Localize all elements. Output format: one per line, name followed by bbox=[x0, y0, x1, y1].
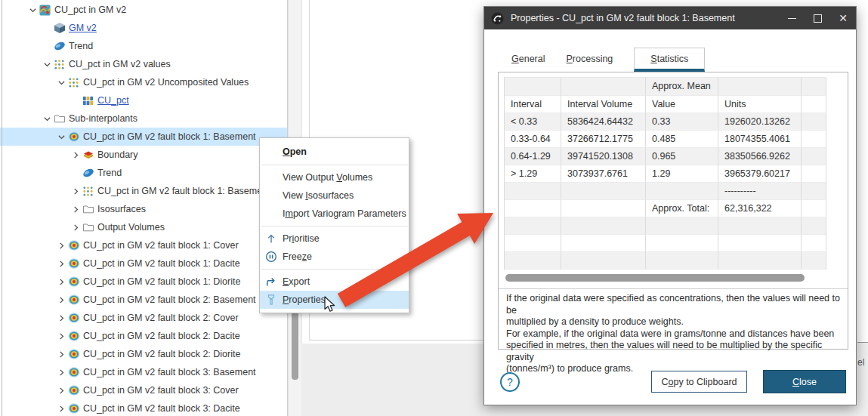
table-horizontal-scrollbar[interactable] bbox=[504, 273, 826, 282]
chevron-expanded-icon[interactable] bbox=[42, 58, 53, 70]
chevron-collapsed-icon[interactable] bbox=[56, 239, 67, 251]
menu-item-prioritise[interactable]: Prioritise bbox=[260, 230, 409, 248]
tree-item-cu-pct-in-gm-v2-uncomposited-values[interactable]: CU_pct in GM v2 Uncomposited Values bbox=[0, 73, 288, 91]
table-cell bbox=[561, 78, 646, 96]
mnemonic-underline: o bbox=[669, 377, 674, 387]
dialog-titlebar[interactable]: Properties - CU_pct in GM v2 fault block… bbox=[484, 7, 856, 29]
bullseye-icon bbox=[67, 294, 80, 306]
chevron-collapsed-icon[interactable] bbox=[56, 330, 67, 342]
copy-to-clipboard-button[interactable]: Copy to Clipboard bbox=[651, 371, 747, 393]
tree-item-cu-pct-in-gm-v2-values[interactable]: CU_pct in GM v2 values bbox=[0, 55, 288, 73]
chevron-collapsed-icon[interactable] bbox=[56, 294, 67, 306]
tree-item-cu-pct-in-gm-v2-fault-block-1-dacite[interactable]: CU_pct in GM v2 fault block 1: Dacite bbox=[0, 254, 288, 273]
menu-item-label: Open bbox=[283, 146, 307, 157]
tree-item-cu-pct-in-gm-v2-fault-block-1-cover[interactable]: CU_pct in GM v2 fault block 1: Cover bbox=[0, 236, 288, 254]
chevron-collapsed-icon[interactable] bbox=[56, 312, 67, 324]
background-bottom-strip bbox=[483, 405, 868, 416]
table-cell bbox=[802, 78, 826, 96]
minimize-icon bbox=[788, 18, 796, 19]
tree-item-cu-pct-in-gm-v2-fault-block-3-dacite[interactable]: CU_pct in GM v2 fault block 3: Dacite bbox=[0, 399, 288, 416]
tree-item-cu-pct[interactable]: CU_pct bbox=[0, 91, 288, 109]
chevron-collapsed-icon[interactable] bbox=[56, 348, 67, 360]
menu-item-view-output-volumes[interactable]: View Output Volumes bbox=[260, 168, 409, 186]
chevron-collapsed-icon[interactable] bbox=[70, 221, 82, 233]
tab-general[interactable]: General bbox=[511, 48, 545, 72]
tree-item-label: CU_pct in GM v2 fault block 2: Basement bbox=[82, 294, 256, 305]
chevron-collapsed-icon[interactable] bbox=[56, 402, 67, 414]
menu-item-view-isosurfaces[interactable]: View Isosurfaces bbox=[260, 186, 409, 205]
scrollbar-thumb[interactable] bbox=[292, 302, 298, 380]
bullseye-icon bbox=[67, 312, 80, 324]
tree-item-output-volumes[interactable]: Output Volumes bbox=[0, 218, 288, 236]
table-cell bbox=[561, 217, 646, 235]
tree-item-cu-pct-in-gm-v2-fault-block-1-basement[interactable]: CU_pct in GM v2 fault block 1: Basement bbox=[0, 128, 288, 146]
mnemonic-underline: P bbox=[283, 294, 289, 305]
tree-item-trend[interactable]: Trend bbox=[0, 164, 288, 182]
tree-item-cu-pct-in-gm-v2-fault-block-2-basement[interactable]: CU_pct in GM v2 fault block 2: Basement bbox=[0, 291, 288, 309]
close-button[interactable]: Close bbox=[763, 370, 846, 393]
table-cell bbox=[802, 131, 826, 148]
tree-item-cu-pct-in-gm-v2-fault-block-3-basement[interactable]: CU_pct in GM v2 fault block 3: Basement bbox=[0, 363, 288, 381]
tree-item-cu-pct-in-gm-v2-fault-block-2-diorite[interactable]: CU_pct in GM v2 fault block 2: Diorite bbox=[0, 345, 288, 363]
tab-processing[interactable]: Processing bbox=[566, 48, 613, 72]
minimize-button[interactable] bbox=[779, 7, 805, 29]
mnemonic-underline: i bbox=[292, 233, 295, 244]
table-cell: Approx. Total: bbox=[646, 200, 718, 217]
bullseye-icon bbox=[67, 239, 80, 251]
menu-item-label: Prioritise bbox=[283, 233, 320, 244]
tree-item-cu-pct-in-gm-v2[interactable]: CU_pct in GM v2 bbox=[0, 1, 288, 19]
tree-item-label: CU_pct in GM v2 values bbox=[68, 59, 171, 69]
menu-item-open[interactable]: Open bbox=[260, 142, 409, 162]
table-cell: 0.33 bbox=[646, 113, 718, 131]
chevron-expanded-icon[interactable] bbox=[27, 4, 39, 16]
tab-statistics[interactable]: Statistics bbox=[634, 48, 705, 72]
table-cell bbox=[802, 148, 826, 165]
help-button[interactable]: ? bbox=[500, 372, 520, 392]
tree-item-cu-pct-in-gm-v2-fault-block-1-baseme[interactable]: CU_pct in GM v2 fault block 1: Baseme bbox=[0, 182, 288, 200]
chevron-collapsed-icon[interactable] bbox=[70, 203, 82, 215]
maximize-button[interactable] bbox=[805, 7, 830, 29]
menu-item-freeze[interactable]: Freeze bbox=[260, 248, 409, 266]
table-row: > 1.293073937.67611.293965379.60217 bbox=[505, 165, 826, 183]
tree-item-cu-pct-in-gm-v2-fault-block-1-diorite[interactable]: CU_pct in GM v2 fault block 1: Diorite bbox=[0, 273, 288, 291]
table-cell bbox=[561, 183, 646, 200]
chevron-collapsed-icon[interactable] bbox=[56, 257, 67, 270]
tree-item-cu-pct-in-gm-v2-fault-block-2-cover[interactable]: CU_pct in GM v2 fault block 2: Cover bbox=[0, 309, 288, 327]
menu-item-export[interactable]: Export bbox=[260, 273, 409, 291]
table-cell bbox=[561, 252, 646, 270]
scrollbar-thumb[interactable] bbox=[505, 274, 805, 282]
table-cell: 0.33-0.64 bbox=[505, 131, 561, 148]
menu-item-properties[interactable]: Properties bbox=[260, 291, 409, 309]
folder-icon bbox=[82, 221, 94, 233]
table-cell: Units bbox=[718, 96, 802, 113]
tree-item-cu-pct-in-gm-v2-fault-block-3-cover[interactable]: CU_pct in GM v2 fault block 3: Cover bbox=[0, 381, 288, 399]
menu-item-import-variogram-parameters[interactable]: Import Variogram Parameters bbox=[260, 205, 409, 223]
boundary-icon bbox=[82, 149, 94, 161]
chevron-expanded-icon[interactable] bbox=[42, 112, 53, 125]
bullseye-icon bbox=[67, 366, 80, 378]
chevron-collapsed-icon[interactable] bbox=[70, 149, 82, 161]
tree-item-label: CU_pct bbox=[97, 95, 129, 106]
chevron-collapsed-icon[interactable] bbox=[70, 185, 82, 197]
chevron-collapsed-icon[interactable] bbox=[56, 366, 67, 378]
menu-item-label: View Output Volumes bbox=[283, 172, 372, 183]
close-window-button[interactable]: ✕ bbox=[830, 7, 856, 29]
table-cell bbox=[646, 235, 718, 252]
chevron-expanded-icon[interactable] bbox=[56, 76, 67, 88]
table-cell: Interval Volume bbox=[561, 96, 646, 113]
tree-item-label: CU_pct in GM v2 fault block 2: Diorite bbox=[82, 349, 240, 359]
chevron-collapsed-icon[interactable] bbox=[56, 384, 67, 396]
tree-item-boundary[interactable]: Boundary bbox=[0, 146, 288, 164]
tree-item-isosurfaces[interactable]: Isosurfaces bbox=[0, 200, 288, 218]
chevron-collapsed-icon[interactable] bbox=[56, 276, 67, 288]
tree-item-sub-interpolants[interactable]: Sub-interpolants bbox=[0, 109, 288, 128]
table-icon bbox=[82, 94, 94, 106]
table-cell: Approx. Mean bbox=[646, 78, 718, 96]
close-icon: ✕ bbox=[839, 12, 848, 24]
chevron-expanded-icon[interactable] bbox=[56, 131, 67, 143]
tree-item-trend[interactable]: Trend bbox=[0, 37, 288, 55]
tree-item-gm-v2[interactable]: GM v2 bbox=[0, 19, 288, 37]
table-cell: 3965379.60217 bbox=[718, 165, 802, 183]
table-cell bbox=[505, 217, 561, 235]
tree-item-cu-pct-in-gm-v2-fault-block-2-dacite[interactable]: CU_pct in GM v2 fault block 2: Dacite bbox=[0, 327, 288, 345]
